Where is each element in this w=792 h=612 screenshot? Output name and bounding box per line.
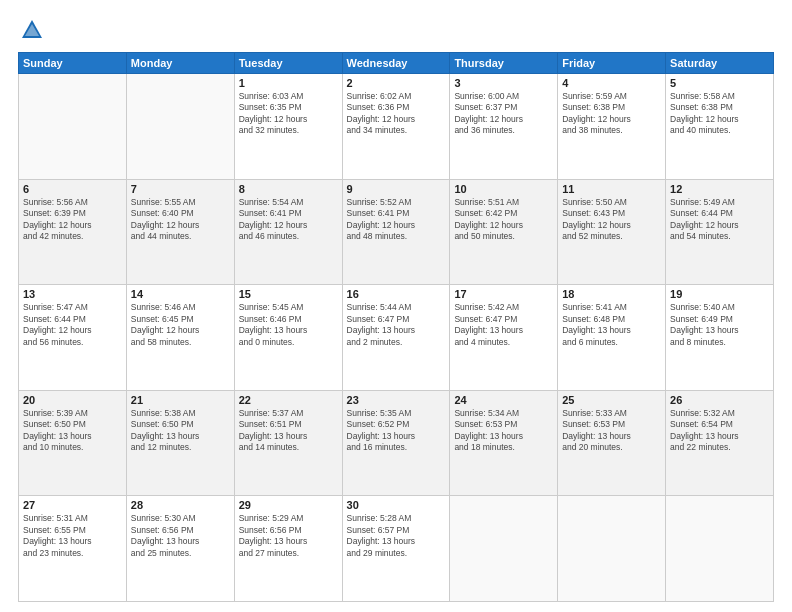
day-info: Sunrise: 6:02 AM Sunset: 6:36 PM Dayligh… [347,91,446,137]
day-info: Sunrise: 5:29 AM Sunset: 6:56 PM Dayligh… [239,513,338,559]
calendar-cell: 11Sunrise: 5:50 AM Sunset: 6:43 PM Dayli… [558,179,666,285]
day-number: 8 [239,183,338,195]
calendar-cell: 6Sunrise: 5:56 AM Sunset: 6:39 PM Daylig… [19,179,127,285]
day-number: 1 [239,77,338,89]
day-number: 10 [454,183,553,195]
day-number: 27 [23,499,122,511]
calendar-cell [558,496,666,602]
weekday-header-monday: Monday [126,53,234,74]
day-info: Sunrise: 5:34 AM Sunset: 6:53 PM Dayligh… [454,408,553,454]
calendar-cell [126,74,234,180]
day-number: 26 [670,394,769,406]
day-number: 25 [562,394,661,406]
week-row-3: 13Sunrise: 5:47 AM Sunset: 6:44 PM Dayli… [19,285,774,391]
calendar-cell: 24Sunrise: 5:34 AM Sunset: 6:53 PM Dayli… [450,390,558,496]
day-number: 30 [347,499,446,511]
day-info: Sunrise: 5:55 AM Sunset: 6:40 PM Dayligh… [131,197,230,243]
day-number: 2 [347,77,446,89]
week-row-4: 20Sunrise: 5:39 AM Sunset: 6:50 PM Dayli… [19,390,774,496]
day-info: Sunrise: 5:54 AM Sunset: 6:41 PM Dayligh… [239,197,338,243]
weekday-header-saturday: Saturday [666,53,774,74]
day-info: Sunrise: 5:45 AM Sunset: 6:46 PM Dayligh… [239,302,338,348]
calendar-cell: 23Sunrise: 5:35 AM Sunset: 6:52 PM Dayli… [342,390,450,496]
day-info: Sunrise: 5:49 AM Sunset: 6:44 PM Dayligh… [670,197,769,243]
day-number: 17 [454,288,553,300]
day-number: 19 [670,288,769,300]
calendar-cell: 21Sunrise: 5:38 AM Sunset: 6:50 PM Dayli… [126,390,234,496]
calendar-cell: 15Sunrise: 5:45 AM Sunset: 6:46 PM Dayli… [234,285,342,391]
day-number: 18 [562,288,661,300]
day-info: Sunrise: 5:31 AM Sunset: 6:55 PM Dayligh… [23,513,122,559]
day-info: Sunrise: 5:59 AM Sunset: 6:38 PM Dayligh… [562,91,661,137]
calendar-cell: 19Sunrise: 5:40 AM Sunset: 6:49 PM Dayli… [666,285,774,391]
logo [18,16,50,44]
day-number: 3 [454,77,553,89]
calendar-cell: 26Sunrise: 5:32 AM Sunset: 6:54 PM Dayli… [666,390,774,496]
weekday-header-tuesday: Tuesday [234,53,342,74]
day-info: Sunrise: 5:33 AM Sunset: 6:53 PM Dayligh… [562,408,661,454]
day-info: Sunrise: 5:47 AM Sunset: 6:44 PM Dayligh… [23,302,122,348]
calendar-cell: 4Sunrise: 5:59 AM Sunset: 6:38 PM Daylig… [558,74,666,180]
page: SundayMondayTuesdayWednesdayThursdayFrid… [0,0,792,612]
calendar-cell: 29Sunrise: 5:29 AM Sunset: 6:56 PM Dayli… [234,496,342,602]
calendar-cell [19,74,127,180]
day-info: Sunrise: 5:37 AM Sunset: 6:51 PM Dayligh… [239,408,338,454]
calendar-cell: 30Sunrise: 5:28 AM Sunset: 6:57 PM Dayli… [342,496,450,602]
day-info: Sunrise: 5:41 AM Sunset: 6:48 PM Dayligh… [562,302,661,348]
calendar-cell [666,496,774,602]
header [18,16,774,44]
day-info: Sunrise: 5:39 AM Sunset: 6:50 PM Dayligh… [23,408,122,454]
day-number: 13 [23,288,122,300]
day-number: 9 [347,183,446,195]
weekday-header-row: SundayMondayTuesdayWednesdayThursdayFrid… [19,53,774,74]
calendar-cell: 14Sunrise: 5:46 AM Sunset: 6:45 PM Dayli… [126,285,234,391]
calendar-cell: 5Sunrise: 5:58 AM Sunset: 6:38 PM Daylig… [666,74,774,180]
week-row-2: 6Sunrise: 5:56 AM Sunset: 6:39 PM Daylig… [19,179,774,285]
weekday-header-wednesday: Wednesday [342,53,450,74]
day-number: 28 [131,499,230,511]
calendar-cell: 22Sunrise: 5:37 AM Sunset: 6:51 PM Dayli… [234,390,342,496]
day-info: Sunrise: 6:03 AM Sunset: 6:35 PM Dayligh… [239,91,338,137]
day-number: 24 [454,394,553,406]
weekday-header-sunday: Sunday [19,53,127,74]
calendar-cell: 13Sunrise: 5:47 AM Sunset: 6:44 PM Dayli… [19,285,127,391]
day-info: Sunrise: 5:32 AM Sunset: 6:54 PM Dayligh… [670,408,769,454]
day-number: 14 [131,288,230,300]
day-number: 29 [239,499,338,511]
day-info: Sunrise: 5:52 AM Sunset: 6:41 PM Dayligh… [347,197,446,243]
calendar-cell: 12Sunrise: 5:49 AM Sunset: 6:44 PM Dayli… [666,179,774,285]
day-info: Sunrise: 6:00 AM Sunset: 6:37 PM Dayligh… [454,91,553,137]
day-info: Sunrise: 5:40 AM Sunset: 6:49 PM Dayligh… [670,302,769,348]
weekday-header-friday: Friday [558,53,666,74]
day-info: Sunrise: 5:56 AM Sunset: 6:39 PM Dayligh… [23,197,122,243]
calendar-cell: 16Sunrise: 5:44 AM Sunset: 6:47 PM Dayli… [342,285,450,391]
day-info: Sunrise: 5:28 AM Sunset: 6:57 PM Dayligh… [347,513,446,559]
day-info: Sunrise: 5:42 AM Sunset: 6:47 PM Dayligh… [454,302,553,348]
calendar-cell: 28Sunrise: 5:30 AM Sunset: 6:56 PM Dayli… [126,496,234,602]
calendar-cell: 25Sunrise: 5:33 AM Sunset: 6:53 PM Dayli… [558,390,666,496]
day-number: 4 [562,77,661,89]
week-row-5: 27Sunrise: 5:31 AM Sunset: 6:55 PM Dayli… [19,496,774,602]
weekday-header-thursday: Thursday [450,53,558,74]
day-info: Sunrise: 5:35 AM Sunset: 6:52 PM Dayligh… [347,408,446,454]
calendar-cell: 9Sunrise: 5:52 AM Sunset: 6:41 PM Daylig… [342,179,450,285]
week-row-1: 1Sunrise: 6:03 AM Sunset: 6:35 PM Daylig… [19,74,774,180]
day-number: 21 [131,394,230,406]
calendar-cell: 10Sunrise: 5:51 AM Sunset: 6:42 PM Dayli… [450,179,558,285]
day-number: 6 [23,183,122,195]
calendar-cell [450,496,558,602]
day-info: Sunrise: 5:46 AM Sunset: 6:45 PM Dayligh… [131,302,230,348]
calendar-cell: 1Sunrise: 6:03 AM Sunset: 6:35 PM Daylig… [234,74,342,180]
day-info: Sunrise: 5:51 AM Sunset: 6:42 PM Dayligh… [454,197,553,243]
day-number: 20 [23,394,122,406]
day-number: 15 [239,288,338,300]
calendar-cell: 18Sunrise: 5:41 AM Sunset: 6:48 PM Dayli… [558,285,666,391]
calendar-cell: 20Sunrise: 5:39 AM Sunset: 6:50 PM Dayli… [19,390,127,496]
day-number: 23 [347,394,446,406]
day-number: 22 [239,394,338,406]
day-number: 7 [131,183,230,195]
calendar-cell: 17Sunrise: 5:42 AM Sunset: 6:47 PM Dayli… [450,285,558,391]
logo-icon [18,16,46,44]
calendar-cell: 27Sunrise: 5:31 AM Sunset: 6:55 PM Dayli… [19,496,127,602]
calendar-cell: 3Sunrise: 6:00 AM Sunset: 6:37 PM Daylig… [450,74,558,180]
